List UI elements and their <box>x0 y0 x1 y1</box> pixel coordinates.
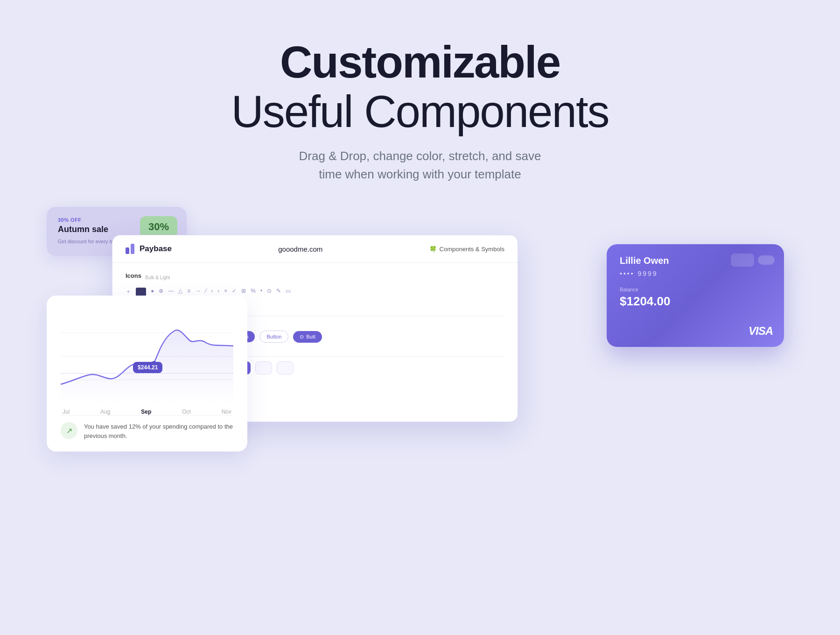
small-button-icon[interactable]: ⊙ Butt <box>293 331 322 343</box>
balance-amount: $1204.00 <box>620 294 771 309</box>
balance-label: Balance <box>620 287 771 292</box>
icon-rect: ▭ <box>286 288 291 298</box>
x-label-sep: Sep <box>141 409 151 415</box>
logo-text: Paybase <box>140 244 172 254</box>
icon-dot: • <box>260 288 262 298</box>
hero-subtitle: Drag & Drop, change color, stretch, and … <box>0 147 840 183</box>
icon-pencil: ✎ <box>276 288 281 298</box>
filter-box-1[interactable] <box>255 361 272 374</box>
chart-tooltip: $244.21 <box>133 362 162 373</box>
card-chip <box>731 254 754 267</box>
filter-box-2[interactable] <box>277 361 294 374</box>
chart-x-labels: Jul Aug Sep Oct Nov <box>61 409 233 415</box>
icon-target: ⊙ <box>267 288 272 298</box>
hero-title-light: Useful Components <box>0 87 840 136</box>
components-area: 30% OFF Autumn sale Get discount for eve… <box>0 207 840 580</box>
chart-card: $244.21 Jul Aug Sep Oct Nov ↗ You have s… <box>47 296 247 452</box>
chart-footer: ↗ You have saved 12% of your spending co… <box>61 415 233 440</box>
logo-bar-1 <box>126 247 129 254</box>
browser-badge: 🍀 Components & Symbols <box>429 246 504 253</box>
hero-section: Customizable Useful Components Drag & Dr… <box>0 0 840 183</box>
card-toggle[interactable] <box>758 255 775 265</box>
chart-footer-icon: ↗ <box>61 422 77 439</box>
chart-footer-text: You have saved 12% of your spending comp… <box>84 422 233 440</box>
btn-icon: ⊙ <box>300 334 304 340</box>
browser-header: Paybase gooodme.com 🍀 Components & Symbo… <box>112 235 518 263</box>
x-label-nov: Nov <box>222 409 231 415</box>
credit-card: Lillie Owen •••• 9999 Balance $1204.00 V… <box>607 244 784 347</box>
chart-area: $244.21 <box>61 310 233 403</box>
x-label-jul: Jul <box>63 409 70 415</box>
card-number: •••• 9999 <box>620 270 771 277</box>
x-label-aug: Aug <box>100 409 110 415</box>
icon-percent: % <box>251 288 256 298</box>
small-button-outline[interactable]: Button <box>259 331 288 343</box>
x-label-oct: Oct <box>182 409 191 415</box>
card-brand: VISA <box>749 325 773 338</box>
trend-up-icon: ↗ <box>66 426 72 435</box>
logo-bar-2 <box>131 244 134 254</box>
paybase-logo-icon <box>126 244 136 254</box>
browser-logo: Paybase <box>126 244 172 254</box>
icons-sublabel: Bulk & Light <box>145 275 170 280</box>
hero-title-bold: Customizable <box>0 37 840 87</box>
chart-svg <box>61 310 233 403</box>
icons-label: Icons <box>126 272 141 279</box>
btn-partial-label: Butt <box>306 334 315 339</box>
chart-dashed-line <box>61 373 233 374</box>
browser-url: gooodme.com <box>278 245 322 253</box>
card-top-right <box>731 254 775 267</box>
